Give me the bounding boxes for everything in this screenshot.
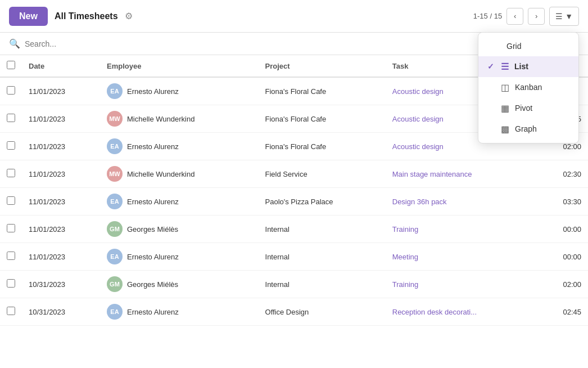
row-date: 11/01/2023: [22, 133, 100, 160]
employee-name: Georges Miélès: [127, 225, 178, 234]
select-all-checkbox[interactable]: [7, 61, 15, 69]
gear-icon[interactable]: ⚙: [125, 11, 133, 21]
row-duration: 00:00: [539, 216, 588, 243]
task-link[interactable]: Main stage maintenance: [392, 170, 472, 178]
view-option-graph[interactable]: ▩ Graph: [478, 119, 578, 140]
task-link[interactable]: Reception desk decorati...: [392, 308, 477, 316]
table-row: 11/01/2023 EA Ernesto Alurenz Paolo's Pi…: [0, 188, 588, 216]
view-option-pivot[interactable]: ▦ Pivot: [478, 98, 578, 119]
row-project: Paolo's Pizza Palace: [259, 188, 386, 216]
table-row: 11/01/2023 MW Michelle Wunderkind Field …: [0, 160, 588, 188]
avatar: MW: [107, 166, 123, 182]
row-date: 11/01/2023: [22, 216, 100, 243]
task-link[interactable]: Acoustic design: [392, 87, 444, 96]
search-icon: 🔍: [9, 38, 20, 49]
row-duration: 02:45: [539, 298, 588, 326]
view-switcher-wrapper: ☰ ▼ ⁤ Grid ✓ ☰ List ◫: [549, 7, 579, 26]
row-checkbox[interactable]: [7, 141, 15, 150]
row-employee: GM Georges Miélès: [100, 271, 259, 298]
kanban-icon: ◫: [501, 82, 509, 93]
employee-name: Ernesto Alurenz: [127, 198, 179, 206]
view-option-kanban[interactable]: ◫ Kanban: [478, 77, 578, 98]
row-employee: EA Ernesto Alurenz: [100, 188, 259, 216]
row-duration: 00:00: [539, 243, 588, 271]
row-checkbox[interactable]: [7, 279, 15, 288]
task-link[interactable]: Design 36h pack: [392, 198, 447, 206]
row-checkbox-cell: [0, 243, 22, 271]
pagination-info: 1-15 / 15: [473, 12, 502, 20]
row-checkbox-cell: [0, 77, 22, 105]
row-checkbox[interactable]: [7, 169, 15, 177]
table-row: 10/31/2023 GM Georges Miélès Internal Tr…: [0, 271, 588, 298]
view-grid-label: Grid: [506, 42, 521, 51]
row-checkbox-cell: [0, 188, 22, 216]
view-switcher-button[interactable]: ☰ ▼: [549, 7, 579, 26]
task-link[interactable]: Acoustic design: [392, 115, 444, 123]
new-button[interactable]: New: [9, 7, 48, 26]
row-checkbox[interactable]: [7, 252, 15, 260]
row-project: Internal: [259, 243, 386, 271]
employee-name: Michelle Wunderkind: [127, 170, 195, 178]
row-employee: MW Michelle Wunderkind: [100, 105, 259, 133]
row-employee: EA Ernesto Alurenz: [100, 243, 259, 271]
row-checkbox[interactable]: [7, 224, 15, 232]
row-employee: EA Ernesto Alurenz: [100, 133, 259, 160]
row-task: Meeting: [386, 243, 539, 271]
row-duration: 02:30: [539, 160, 588, 188]
row-date: 10/31/2023: [22, 271, 100, 298]
row-date: 11/01/2023: [22, 105, 100, 133]
table-row: 10/31/2023 EA Ernesto Alurenz Office Des…: [0, 298, 588, 326]
task-link[interactable]: Training: [392, 280, 418, 289]
row-checkbox-cell: [0, 298, 22, 326]
col-employee: Employee: [100, 55, 259, 77]
row-checkbox[interactable]: [7, 86, 15, 95]
avatar: EA: [107, 249, 123, 264]
table-row: 11/01/2023 EA Ernesto Alurenz Internal M…: [0, 243, 588, 271]
view-graph-label: Graph: [515, 124, 537, 133]
view-option-grid[interactable]: ⁤ Grid: [478, 36, 578, 56]
row-project: Field Service: [259, 160, 386, 188]
select-all-cell: [0, 55, 22, 77]
avatar: GM: [107, 276, 123, 292]
check-list: ✓: [487, 62, 495, 71]
pivot-icon: ▦: [501, 103, 509, 114]
row-employee: EA Ernesto Alurenz: [100, 298, 259, 326]
row-date: 11/01/2023: [22, 243, 100, 271]
view-pivot-label: Pivot: [515, 104, 532, 113]
employee-name: Georges Miélès: [127, 280, 178, 289]
check-graph: [487, 124, 495, 133]
row-project: Fiona's Floral Cafe: [259, 105, 386, 133]
task-link[interactable]: Training: [392, 225, 418, 234]
list-icon: ☰: [501, 61, 509, 72]
row-employee: MW Michelle Wunderkind: [100, 160, 259, 188]
row-checkbox[interactable]: [7, 307, 15, 315]
task-link[interactable]: Acoustic design: [392, 142, 444, 151]
row-checkbox[interactable]: [7, 114, 15, 122]
avatar: GM: [107, 221, 123, 237]
check-pivot: [487, 104, 495, 113]
next-page-button[interactable]: ›: [528, 8, 545, 25]
row-duration: 02:00: [539, 271, 588, 298]
top-bar-right: 1-15 / 15 ‹ › ☰ ▼ ⁤ Grid ✓ ☰ List: [473, 7, 579, 26]
row-project: Office Design: [259, 298, 386, 326]
row-employee: GM Georges Miélès: [100, 216, 259, 243]
row-checkbox-cell: [0, 271, 22, 298]
top-bar: New All Timesheets ⚙ 1-15 / 15 ‹ › ☰ ▼ ⁤…: [0, 0, 588, 33]
check-grid: [487, 42, 495, 51]
top-bar-left: New All Timesheets ⚙: [9, 7, 133, 26]
dropdown-arrow: ▼: [565, 12, 573, 21]
row-date: 10/31/2023: [22, 298, 100, 326]
row-duration: 03:30: [539, 188, 588, 216]
table-row: 11/01/2023 GM Georges Miélès Internal Tr…: [0, 216, 588, 243]
view-list-label: List: [514, 62, 528, 71]
row-employee: EA Ernesto Alurenz: [100, 77, 259, 105]
employee-name: Ernesto Alurenz: [127, 308, 179, 316]
row-date: 11/01/2023: [22, 160, 100, 188]
view-option-list[interactable]: ✓ ☰ List: [478, 56, 578, 77]
prev-page-button[interactable]: ‹: [506, 8, 523, 25]
row-checkbox[interactable]: [7, 196, 15, 205]
row-project: Internal: [259, 216, 386, 243]
row-task: Design 36h pack: [386, 188, 539, 216]
view-kanban-label: Kanban: [515, 83, 542, 92]
task-link[interactable]: Meeting: [392, 253, 418, 261]
